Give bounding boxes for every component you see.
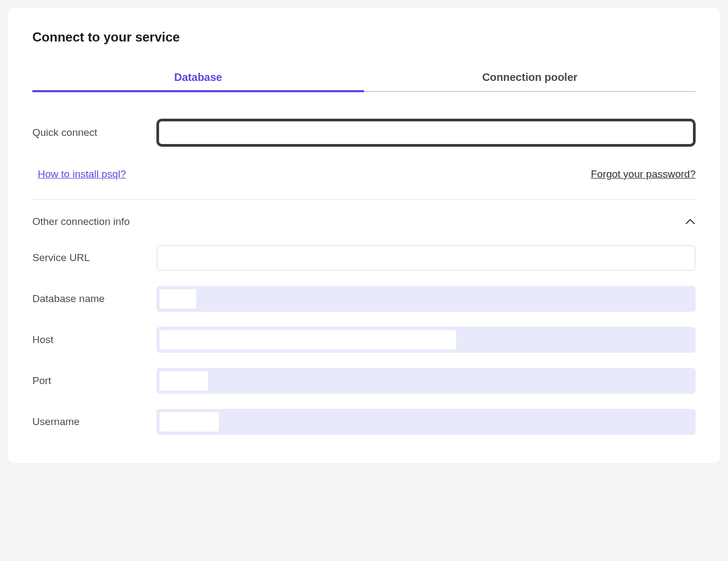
tab-connection-pooler[interactable]: Connection pooler xyxy=(364,64,696,91)
service-url-row: Service URL xyxy=(32,245,696,271)
database-name-value[interactable] xyxy=(156,286,696,312)
host-value[interactable] xyxy=(156,327,696,353)
database-name-label: Database name xyxy=(32,293,156,305)
links-row: How to install psql? Forgot your passwor… xyxy=(32,168,696,180)
username-label: Username xyxy=(32,416,156,428)
port-label: Port xyxy=(32,375,156,387)
divider xyxy=(32,199,696,200)
page-title: Connect to your service xyxy=(32,30,696,45)
other-info-title: Other connection info xyxy=(32,216,130,228)
quick-connect-row: Quick connect xyxy=(32,119,696,147)
host-row: Host xyxy=(32,327,696,353)
host-label: Host xyxy=(32,334,156,346)
install-psql-link[interactable]: How to install psql? xyxy=(32,168,126,180)
service-url-label: Service URL xyxy=(32,252,156,264)
port-value[interactable] xyxy=(156,368,696,394)
service-url-value[interactable] xyxy=(156,245,696,271)
database-name-row: Database name xyxy=(32,286,696,312)
quick-connect-input[interactable] xyxy=(156,119,696,147)
other-info-content: Service URL Database name Host Port User xyxy=(32,245,696,435)
other-info-toggle[interactable]: Other connection info xyxy=(32,216,696,228)
port-row: Port xyxy=(32,368,696,394)
connect-service-card: Connect to your service Database Connect… xyxy=(8,8,720,463)
tab-database[interactable]: Database xyxy=(32,64,364,91)
chevron-up-icon xyxy=(685,216,696,227)
username-value[interactable] xyxy=(156,409,696,435)
forgot-password-link[interactable]: Forgot your password? xyxy=(591,168,696,180)
tabs-container: Database Connection pooler xyxy=(32,64,696,92)
quick-connect-label: Quick connect xyxy=(32,127,156,139)
username-row: Username xyxy=(32,409,696,435)
